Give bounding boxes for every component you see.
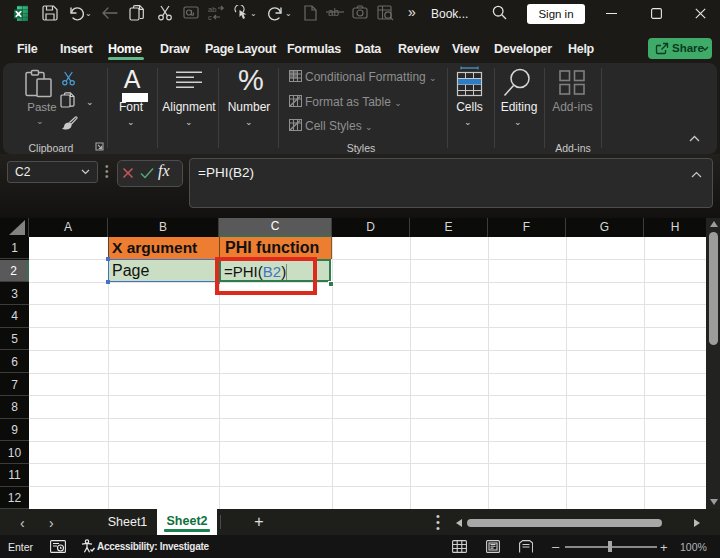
svg-text:c: c (208, 13, 212, 21)
